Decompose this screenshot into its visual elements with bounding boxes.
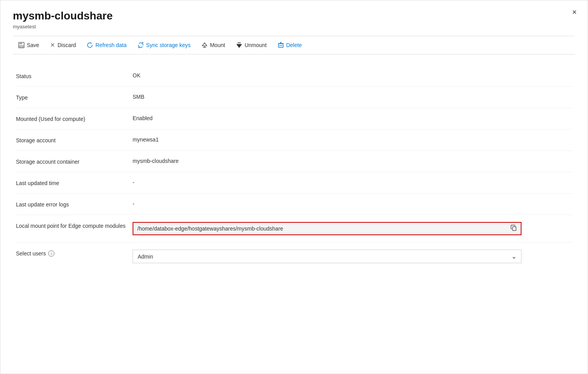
refresh-button[interactable]: Refresh data <box>81 40 132 51</box>
discard-label: Discard <box>58 42 76 48</box>
last-updated-value: - <box>133 179 572 185</box>
form-section: Status OK Type SMB Mounted (Used for com… <box>13 65 575 270</box>
sync-icon <box>138 42 144 48</box>
close-button[interactable]: × <box>572 8 577 16</box>
save-button[interactable]: Save <box>13 40 45 51</box>
last-error-label: Last update error logs <box>16 201 133 208</box>
select-users-value: Admin ⌄ <box>133 250 572 263</box>
delete-label: Delete <box>286 42 302 48</box>
refresh-icon <box>87 42 93 48</box>
main-panel: × mysmb-cloudshare myasetest Save ✕ Disc… <box>0 0 588 374</box>
last-updated-row: Last updated time - <box>16 172 572 194</box>
type-label: Type <box>16 94 133 101</box>
unmount-icon <box>236 42 242 48</box>
last-updated-label: Last updated time <box>16 179 133 186</box>
delete-icon <box>278 42 284 48</box>
mount-button[interactable]: Mount <box>196 40 231 51</box>
svg-rect-13 <box>513 227 516 231</box>
copy-button[interactable] <box>510 224 518 233</box>
mounted-value: Enabled <box>133 115 572 121</box>
mount-icon <box>201 42 208 48</box>
sync-label: Sync storage keys <box>146 42 191 48</box>
svg-rect-2 <box>19 45 24 47</box>
storage-account-value: mynewsa1 <box>133 136 572 143</box>
sync-button[interactable]: Sync storage keys <box>132 40 196 51</box>
discard-icon: ✕ <box>50 42 55 49</box>
svg-marker-3 <box>202 43 207 46</box>
delete-button[interactable]: Delete <box>272 40 307 51</box>
storage-container-row: Storage account container mysmb-cloudsha… <box>16 151 572 172</box>
save-icon <box>18 42 24 48</box>
panel-subtitle: myasetest <box>13 24 575 30</box>
storage-account-label: Storage account <box>16 136 133 143</box>
svg-marker-6 <box>237 44 242 47</box>
status-row: Status OK <box>16 65 572 87</box>
svg-rect-1 <box>19 42 22 44</box>
discard-button[interactable]: ✕ Discard <box>45 39 81 51</box>
chevron-down-icon: ⌄ <box>511 253 516 260</box>
copy-icon <box>511 225 517 231</box>
storage-account-row: Storage account mynewsa1 <box>16 129 572 151</box>
mount-point-label: Local mount point for Edge compute modul… <box>16 222 133 229</box>
panel-title: mysmb-cloudshare <box>13 10 575 22</box>
mount-point-container-wrapper: /home/databox-edge/hostgatewayshares/mys… <box>133 222 572 235</box>
unmount-label: Unmount <box>245 42 267 48</box>
status-label: Status <box>16 72 133 79</box>
status-value: OK <box>133 72 572 79</box>
mounted-row: Mounted (Used for compute) Enabled <box>16 108 572 129</box>
svg-rect-8 <box>278 44 283 47</box>
info-icon[interactable]: i <box>48 250 54 257</box>
mount-label: Mount <box>210 42 225 48</box>
select-users-row: Select users i Admin ⌄ <box>16 243 572 270</box>
storage-container-value: mysmb-cloudshare <box>133 158 572 164</box>
refresh-label: Refresh data <box>95 42 126 48</box>
type-value: SMB <box>133 94 572 100</box>
type-row: Type SMB <box>16 87 572 108</box>
mount-point-row: Local mount point for Edge compute modul… <box>16 215 572 243</box>
save-label: Save <box>27 42 39 48</box>
mount-point-value: /home/databox-edge/hostgatewayshares/mys… <box>137 225 505 232</box>
unmount-button[interactable]: Unmount <box>231 40 272 51</box>
mounted-label: Mounted (Used for compute) <box>16 115 133 122</box>
select-users-label: Select users i <box>16 250 133 257</box>
last-error-row: Last update error logs - <box>16 194 572 215</box>
users-dropdown-value: Admin <box>138 253 153 260</box>
last-error-value: - <box>133 201 572 207</box>
mount-point-container: /home/databox-edge/hostgatewayshares/mys… <box>133 222 522 235</box>
users-dropdown[interactable]: Admin ⌄ <box>133 250 522 263</box>
storage-container-label: Storage account container <box>16 158 133 165</box>
toolbar: Save ✕ Discard Refresh data <box>13 36 575 54</box>
